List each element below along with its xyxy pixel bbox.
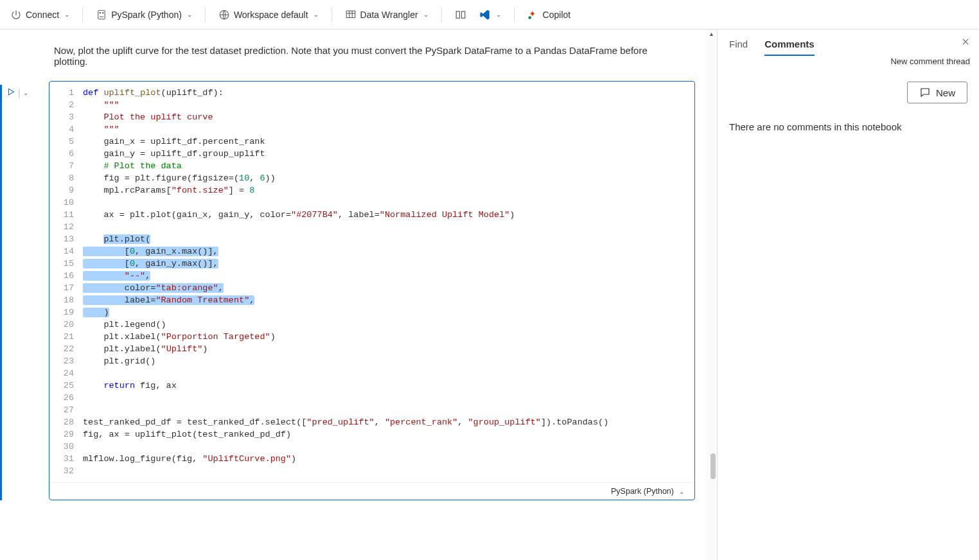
connect-button[interactable]: Connect ⌄	[5, 6, 75, 23]
run-options-button[interactable]: ⌄	[23, 89, 28, 96]
copilot-icon	[527, 9, 539, 21]
power-icon	[10, 9, 22, 21]
line-number: 11	[49, 209, 74, 221]
toolbar-sep	[205, 7, 206, 22]
line-number: 3	[49, 111, 74, 123]
toolbar-sep	[514, 7, 515, 22]
new-comment-button[interactable]: New	[907, 82, 967, 103]
line-number: 1	[49, 87, 74, 99]
table-icon	[345, 9, 357, 21]
panel-tabs: Find Comments	[729, 39, 967, 56]
line-number: 26	[49, 392, 74, 404]
line-number: 25	[49, 380, 74, 392]
close-panel-button[interactable]	[961, 37, 970, 49]
connect-label: Connect	[26, 10, 59, 20]
chevron-down-icon: ⌄	[423, 11, 428, 18]
top-toolbar: Connect ⌄ PySpark (Python) ⌄ Workspace d…	[0, 0, 979, 30]
line-number: 4	[49, 123, 74, 136]
language-label: PySpark (Python)	[611, 487, 674, 496]
vertical-scrollbar[interactable]: ▲	[706, 30, 717, 560]
play-icon	[6, 87, 15, 96]
notebook-column: Now, plot the uplift curve for the test …	[0, 30, 717, 560]
line-number: 7	[49, 160, 74, 172]
copilot-button[interactable]: Copilot	[522, 6, 576, 23]
workspace-label: Workspace default	[234, 10, 308, 20]
toolbar-sep	[331, 7, 332, 22]
language-selector[interactable]: PySpark (Python) ⌄	[49, 482, 694, 500]
comments-panel: Find Comments New comment thread New The…	[717, 30, 979, 560]
toolbar-sep	[441, 7, 442, 22]
svg-rect-6	[461, 11, 464, 18]
comment-icon	[919, 87, 931, 98]
empty-state-text: There are no comments in this notebook	[729, 103, 967, 132]
markdown-content: Now, plot the uplift curve for the test …	[54, 45, 648, 67]
line-number: 21	[49, 331, 74, 343]
line-number: 17	[49, 282, 74, 294]
toolbar-sep	[82, 7, 83, 22]
line-number: 23	[49, 355, 74, 367]
chevron-down-icon: ⌄	[313, 11, 319, 18]
code-editor[interactable]: 1 2 3 4 5 6 7 8 9 10 11 12 13 14	[49, 81, 695, 500]
layout-toggle[interactable]	[450, 6, 472, 23]
line-number: 29	[49, 428, 74, 441]
line-number: 20	[49, 319, 74, 331]
data-wrangler-label: Data Wrangler	[360, 10, 418, 20]
chevron-down-icon: ⌄	[679, 488, 684, 495]
line-number: 5	[49, 136, 74, 148]
line-number: 10	[49, 197, 74, 209]
kernel-label: PySpark (Python)	[111, 10, 182, 20]
svg-point-2	[103, 12, 104, 13]
line-number: 30	[49, 441, 74, 453]
line-number: 24	[49, 367, 74, 380]
editor-body: 1 2 3 4 5 6 7 8 9 10 11 12 13 14	[49, 82, 694, 482]
svg-rect-5	[456, 11, 459, 18]
data-wrangler-button[interactable]: Data Wrangler ⌄	[340, 6, 434, 23]
workspace-selector[interactable]: Workspace default ⌄	[213, 6, 324, 23]
cell-indicator-bar	[0, 85, 2, 500]
scroll-up-arrow[interactable]: ▲	[709, 31, 714, 37]
line-number: 28	[49, 416, 74, 428]
vscode-button[interactable]: ⌄	[474, 6, 506, 23]
layout-icon	[455, 9, 466, 21]
line-number: 14	[49, 245, 74, 258]
chevron-down-icon: ⌄	[187, 11, 192, 18]
line-number: 12	[49, 221, 74, 233]
run-gutter-sep: |	[18, 88, 21, 98]
line-number: 13	[49, 233, 74, 245]
line-number: 19	[49, 306, 74, 319]
line-number: 9	[49, 184, 74, 197]
line-number: 32	[49, 465, 74, 477]
new-button-label: New	[936, 87, 955, 98]
line-number: 18	[49, 294, 74, 306]
line-number: 6	[49, 148, 74, 160]
code-cell: | ⌄ 1 2 3 4 5 6 7 8 9 10	[6, 81, 695, 500]
line-number: 16	[49, 270, 74, 282]
tab-comments[interactable]: Comments	[764, 39, 815, 56]
code-content[interactable]: def uplift_plot(uplift_df): """ Plot the…	[83, 87, 694, 477]
close-icon	[961, 37, 970, 46]
chevron-down-icon: ⌄	[64, 11, 69, 18]
svg-rect-0	[98, 10, 105, 19]
main-area: Now, plot the uplift curve for the test …	[0, 30, 979, 560]
line-number: 31	[49, 453, 74, 465]
line-number: 27	[49, 404, 74, 416]
svg-rect-4	[346, 11, 355, 18]
globe-icon	[218, 9, 230, 21]
tooltip-new-comment: New comment thread	[888, 55, 973, 67]
kernel-selector[interactable]: PySpark (Python) ⌄	[91, 6, 197, 23]
spark-icon	[96, 9, 107, 21]
cell-run-area: | ⌄	[6, 87, 42, 98]
line-number-gutter: 1 2 3 4 5 6 7 8 9 10 11 12 13 14	[49, 87, 83, 477]
vscode-icon	[479, 9, 491, 21]
scroll-thumb[interactable]	[710, 453, 716, 479]
run-cell-button[interactable]	[6, 87, 15, 98]
markdown-cell: Now, plot the uplift curve for the test …	[0, 30, 717, 81]
line-number: 2	[49, 99, 74, 111]
chevron-down-icon: ⌄	[496, 11, 501, 18]
line-number: 8	[49, 172, 74, 184]
svg-point-7	[528, 16, 531, 19]
line-number: 22	[49, 343, 74, 355]
copilot-label: Copilot	[543, 10, 571, 20]
tab-find[interactable]: Find	[729, 39, 748, 55]
line-number: 15	[49, 258, 74, 270]
